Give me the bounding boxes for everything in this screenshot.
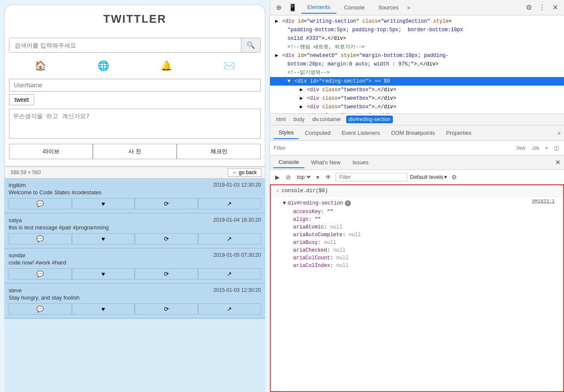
tab-sources[interactable]: Sources [372,2,405,13]
tab-event-listeners[interactable]: Event Listeners [336,127,385,139]
bell-icon[interactable]: 🔔 [160,60,172,71]
tweet-text: Stay hungry, and stay foolish [9,294,261,301]
info-icon[interactable]: ℹ [345,200,351,206]
console-filter-input[interactable] [335,173,407,181]
tweet-username: satya [9,217,22,223]
cls-button[interactable]: .cls [530,145,541,151]
console-close-button[interactable]: ✕ [555,158,561,166]
tab-console[interactable]: Console [338,2,371,13]
retweet-button[interactable]: ⟳ [135,198,198,209]
eye-icon[interactable]: 👁 [324,173,333,181]
tab-properties[interactable]: Properties [441,127,477,139]
code-line: ▶ <div class="tweetbox">…</div> [270,103,564,111]
styles-tab-more-icon[interactable]: » [558,130,561,136]
default-levels-selector[interactable]: Default levels ▾ [410,174,447,180]
triangle-icon[interactable]: ▶ [300,87,303,93]
tab-styles[interactable]: Styles [273,127,299,139]
comment-button[interactable]: 💬 [9,303,72,315]
more-options-icon[interactable]: ⋮ [536,2,548,13]
tab-more-icon[interactable]: » [407,4,410,11]
home-icon[interactable]: 🏠 [35,60,46,71]
tweet-username: ingikim [9,182,26,188]
share-button[interactable]: ↗ [198,233,261,244]
tweet-time: 2019-01-04 18:30:20 [214,217,261,223]
settings-icon[interactable]: ⚙ [523,2,534,13]
share-button[interactable]: ↗ [198,198,261,209]
dir-properties: accessKey: ""align: ""ariaAtomic: nullar… [279,208,558,270]
hov-button[interactable]: :hov [514,145,527,151]
search-button[interactable]: 🔍 [241,38,260,52]
vm-ref: VM1823:1 [532,199,555,204]
triangle-icon[interactable]: ▶ [275,53,278,59]
mail-icon[interactable]: ✉️ [223,60,235,71]
retweet-button[interactable]: ⟳ [135,268,198,279]
element-size: 588.59 × 560 [11,169,41,175]
tweet-time: 2019-01-03 12:30:20 [214,182,261,188]
dir-property: ariaBusy: null [293,239,558,246]
code-line: ▶ <div id="writing-section" class="writi… [270,17,564,26]
code-line: solid #333">…</div> [270,34,564,43]
globe-icon[interactable]: 🌐 [98,60,109,71]
breadcrumb-body[interactable]: body [291,116,307,123]
like-button[interactable]: ♥ [72,303,135,315]
tweet-text: this is test message #pair #programming [9,224,261,231]
console-tab-issues[interactable]: Issues [347,157,374,168]
console-command-text: console.dir($0) [282,188,328,194]
comment-button[interactable]: 💬 [9,233,72,244]
like-button[interactable]: ♥ [72,198,135,209]
triangle-icon[interactable]: ▶ [300,104,303,110]
search-input[interactable] [9,39,241,52]
tab-computed[interactable]: Computed [300,127,335,139]
tab-dom-breakpoints[interactable]: DOM Breakpoints [386,127,440,139]
username-field[interactable] [9,79,261,92]
console-tab-whatsnew[interactable]: What's New [306,157,346,168]
console-tabs-bar: Console What's New Issues ✕ [270,155,564,170]
breadcrumb-html[interactable]: html [273,116,288,123]
dir-expand-icon[interactable]: ▼ [283,200,286,206]
sidebar-toggle-button[interactable]: ◫ [552,145,561,151]
comment-button[interactable]: 💬 [9,268,72,279]
devtools-panel: ⊕ 📱 Elements Console Sources » ⚙ ⋮ ✕ ▶ <… [270,0,564,392]
comment-button[interactable]: 💬 [9,198,72,209]
triangle-icon[interactable]: ▼ [288,78,291,84]
tweet-username: steve [9,287,22,294]
tweet-textarea[interactable] [9,109,261,139]
breadcrumb-reding[interactable]: div#reding-section [346,116,393,123]
live-button[interactable]: 라이브 [9,144,93,159]
selected-element-line[interactable]: ▼ <div id="reding-section"> == $0 [270,77,564,86]
block-icon[interactable]: ⊘ [284,173,293,181]
code-line: ▶ <div class="tweetbox">…</div> [270,94,564,103]
dir-property: ariaAutoComplete: null [293,231,558,239]
share-button[interactable]: ↗ [198,303,261,315]
go-back-button[interactable]: ← go back [228,168,261,177]
dropdown-icon[interactable]: ▾ [315,173,321,181]
triangle-icon[interactable]: ▶ [275,18,278,24]
dir-property: ariaAtomic: null [293,223,558,231]
retweet-button[interactable]: ⟳ [135,233,198,244]
console-output: › console.dir($0) VM1823:1 ▼ div#reding-… [270,184,564,392]
photo-button[interactable]: 사 진 [93,144,177,159]
console-settings-icon[interactable]: ⚙ [450,173,459,181]
like-button[interactable]: ♥ [72,233,135,244]
triangle-icon[interactable]: ▶ [300,95,303,101]
share-button[interactable]: ↗ [198,268,261,279]
tweet-button[interactable]: tweet [9,94,34,105]
run-icon[interactable]: ▶ [273,173,282,181]
filter-bar: :hov .cls + ◫ [270,141,564,155]
dir-property: ariaColCount: null [293,254,558,262]
retweet-button[interactable]: ⟳ [135,303,198,315]
breadcrumb-container[interactable]: div.container [310,116,344,123]
frame-select[interactable]: top [295,173,312,181]
app-header: TWITTLER [4,4,265,33]
like-button[interactable]: ♥ [72,268,135,279]
close-icon[interactable]: ✕ [550,2,561,13]
filter-input[interactable] [273,145,514,151]
tab-elements[interactable]: Elements [301,1,336,14]
checkin-button[interactable]: 체크인 [177,144,261,159]
device-icon[interactable]: 📱 [286,2,300,13]
inspect-icon[interactable]: ⊕ [273,2,284,13]
add-style-button[interactable]: + [543,145,550,151]
element-info-bar: 588.59 × 560 ← go back [4,166,265,178]
console-tab-console[interactable]: Console [273,157,304,168]
tweet-text: Welcome to Code States #codestates [9,189,261,196]
